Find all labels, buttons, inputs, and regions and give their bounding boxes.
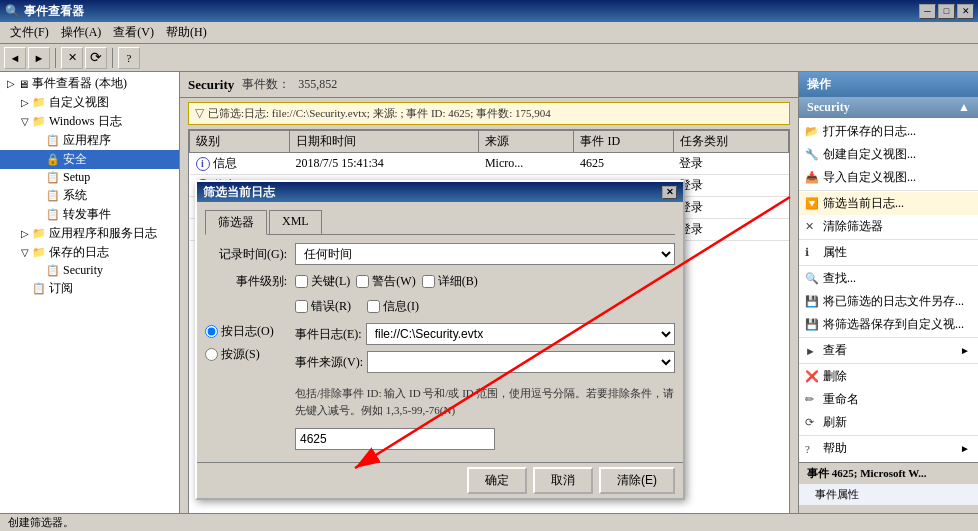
event-log-row: 事件日志(E): file://C:\Security.evtx [295, 323, 675, 345]
log-selects: 事件日志(E): file://C:\Security.evtx 事件来源(V)… [295, 323, 675, 373]
checkbox-verbose[interactable]: 详细(B) [422, 273, 478, 290]
rb-bylog[interactable] [205, 325, 218, 338]
rb-bysource[interactable] [205, 348, 218, 361]
event-log-select[interactable]: file://C:\Security.evtx [366, 323, 675, 345]
record-time-select[interactable]: 任何时间 [295, 243, 675, 265]
tab-filter[interactable]: 筛选器 [205, 210, 267, 235]
event-level-label: 事件级别: [205, 273, 295, 290]
cb-info[interactable] [367, 300, 380, 313]
cb-verbose[interactable] [422, 275, 435, 288]
rb-bysource-label: 按源(S) [221, 346, 260, 363]
cancel-button[interactable]: 取消 [533, 467, 593, 494]
checkbox-info[interactable]: 信息(I) [367, 298, 419, 315]
filter-dialog: 筛选当前日志 ✕ 筛选器 XML 记录时间(G): 任何时间 事件级别: [195, 180, 685, 500]
record-time-label: 记录时间(G): [205, 246, 295, 263]
checkbox-error[interactable]: 错误(R) [295, 298, 351, 315]
record-time-row: 记录时间(G): 任何时间 [205, 243, 675, 265]
clear-button[interactable]: 清除(E) [599, 467, 675, 494]
cb-error[interactable] [295, 300, 308, 313]
checkbox-warning[interactable]: 警告(W) [356, 273, 415, 290]
cb-critical-label: 关键(L) [311, 273, 350, 290]
dialog-footer: 确定 取消 清除(E) [197, 462, 683, 498]
log-source-section: 按日志(O) 按源(S) 事件日志(E): file://C:\Security… [205, 323, 675, 373]
cb-info-label: 信息(I) [383, 298, 419, 315]
dialog-title-bar: 筛选当前日志 ✕ [197, 182, 683, 202]
dialog-close-button[interactable]: ✕ [662, 186, 677, 199]
dialog-note: 包括/排除事件 ID: 输入 ID 号和/或 ID 范围，使用逗号分隔。若要排除… [205, 381, 675, 422]
radio-bylog[interactable]: 按日志(O) [205, 323, 295, 340]
event-log-label: 事件日志(E): [295, 326, 362, 343]
event-id-input[interactable] [295, 428, 495, 450]
cb-error-label: 错误(R) [311, 298, 351, 315]
event-source-row: 事件来源(V): [295, 351, 675, 373]
event-level-checkboxes: 关键(L) 警告(W) 详细(B) [295, 273, 478, 290]
dialog-tabs: 筛选器 XML [205, 210, 675, 235]
radio-bysource[interactable]: 按源(S) [205, 346, 295, 363]
id-input-row [205, 428, 675, 450]
cb-warning[interactable] [356, 275, 369, 288]
event-level-row: 事件级别: 关键(L) 警告(W) 详细(B) [205, 273, 675, 290]
event-source-label: 事件来源(V): [295, 354, 363, 371]
event-source-select[interactable] [367, 351, 675, 373]
cb-critical[interactable] [295, 275, 308, 288]
record-time-wrap: 任何时间 [295, 243, 675, 265]
cb-verbose-label: 详细(B) [438, 273, 478, 290]
dialog-body: 筛选器 XML 记录时间(G): 任何时间 事件级别: 关键(L) [197, 202, 683, 458]
ok-button[interactable]: 确定 [467, 467, 527, 494]
checkbox-critical[interactable]: 关键(L) [295, 273, 350, 290]
cb-warning-label: 警告(W) [372, 273, 415, 290]
rb-bylog-label: 按日志(O) [221, 323, 274, 340]
event-level-row2: 错误(R) 信息(I) [205, 298, 675, 315]
dialog-overlay: 筛选当前日志 ✕ 筛选器 XML 记录时间(G): 任何时间 事件级别: [0, 0, 978, 531]
radio-group: 按日志(O) 按源(S) [205, 323, 295, 363]
dialog-title: 筛选当前日志 [203, 184, 275, 201]
tab-xml[interactable]: XML [269, 210, 322, 234]
